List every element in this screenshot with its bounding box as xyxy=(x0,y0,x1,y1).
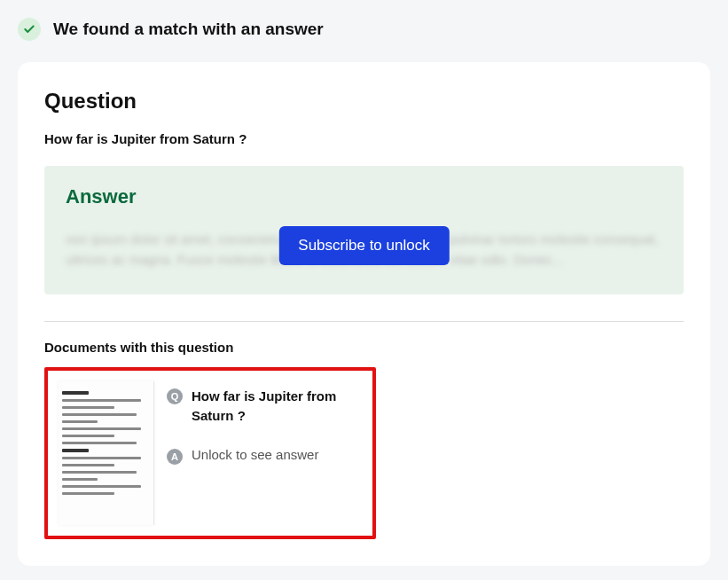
document-info: Q How far is Jupiter from Saturn ? A Unl… xyxy=(167,381,362,525)
answer-label: Answer xyxy=(66,185,662,208)
match-header: We found a match with an answer xyxy=(18,18,710,41)
check-icon xyxy=(18,18,41,41)
document-question-text: How far is Jupiter from Saturn ? xyxy=(192,387,362,426)
question-text: How far is Jupiter from Saturn ? xyxy=(44,131,684,146)
document-answer-teaser: Unlock to see answer xyxy=(192,447,318,462)
document-card[interactable]: Q How far is Jupiter from Saturn ? A Unl… xyxy=(44,367,376,539)
document-thumbnail xyxy=(59,381,154,525)
answer-panel: Answer non ipsum dolor sit amet, consect… xyxy=(44,166,684,294)
main-card: Question How far is Jupiter from Saturn … xyxy=(18,62,710,566)
subscribe-button[interactable]: Subscribe to unlock xyxy=(278,226,449,265)
question-label: Question xyxy=(44,89,684,114)
a-badge-icon: A xyxy=(167,449,183,465)
divider xyxy=(44,321,684,322)
document-answer-row: A Unlock to see answer xyxy=(167,447,362,465)
document-question-row: Q How far is Jupiter from Saturn ? xyxy=(167,387,362,426)
documents-label: Documents with this question xyxy=(44,340,684,355)
match-header-text: We found a match with an answer xyxy=(53,20,324,39)
q-badge-icon: Q xyxy=(167,388,183,404)
